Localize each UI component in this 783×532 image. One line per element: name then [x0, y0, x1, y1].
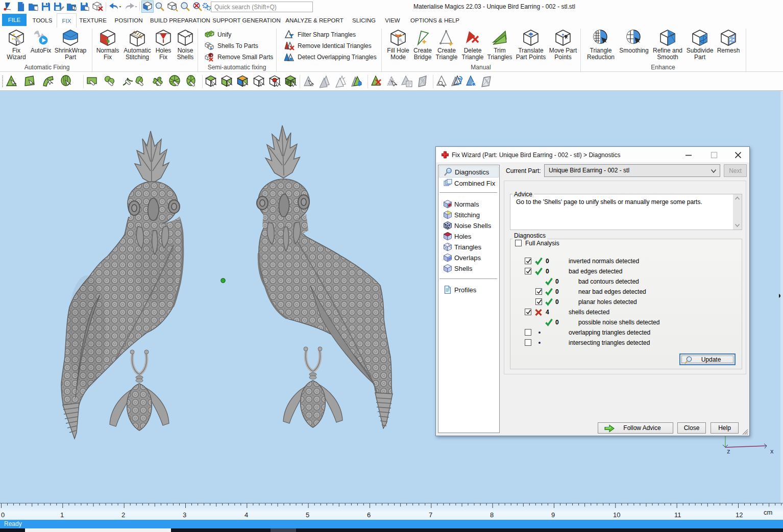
svg-text:x: x [770, 447, 774, 455]
svg-text:z: z [727, 447, 730, 455]
